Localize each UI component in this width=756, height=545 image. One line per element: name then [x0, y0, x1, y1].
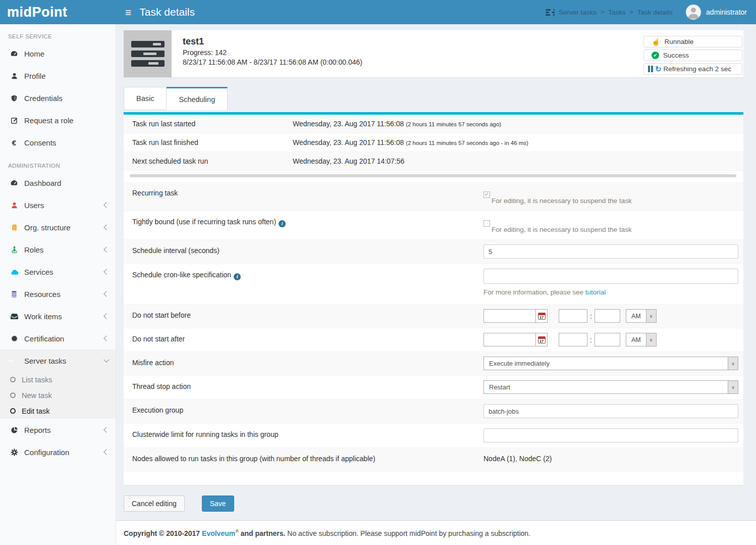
hamburger-menu-icon[interactable]: ≡ [125, 7, 131, 18]
cancel-editing-button[interactable]: Cancel editing [124, 496, 185, 512]
row-control: : AM ∨ [483, 328, 738, 352]
sidebar-item-users[interactable]: Users [0, 194, 116, 216]
tightly-bound-checkbox[interactable] [483, 220, 490, 227]
sidebar-item-label: Credentials [24, 94, 63, 103]
sidebar-item-label: Configuration [24, 448, 69, 457]
sidebar-item-credentials[interactable]: Credentials [0, 87, 116, 109]
refresh-icon: ↻ [655, 65, 662, 73]
user-icon [8, 202, 20, 209]
not-after-date-input[interactable] [483, 333, 535, 346]
row-value: Wednesday, 23. Aug 2017 11:56:08 (2 hour… [293, 120, 501, 128]
not-before-ampm-select[interactable]: AM ∨ [626, 309, 657, 323]
euro-icon: € [8, 138, 20, 147]
row-control: NodeA (1), NodeC (2) [483, 448, 738, 471]
sidebar-subitem-list-tasks[interactable]: List tasks [0, 372, 116, 387]
thread-stop-select[interactable]: Restart ∨ [483, 380, 738, 394]
chevron-left-icon [103, 427, 109, 432]
tutorial-link[interactable]: tutorial [585, 288, 606, 296]
row-label: Do not start after [132, 328, 483, 352]
not-after-hours-input[interactable] [559, 333, 587, 346]
chevron-down-icon: ∨ [728, 357, 738, 370]
breadcrumb-server-tasks[interactable]: Server tasks [559, 9, 597, 16]
chevron-down-icon: ∨ [646, 310, 656, 322]
chevron-left-icon [103, 269, 109, 274]
sidebar-item-home[interactable]: Home [0, 42, 116, 65]
sidebar-item-label: Roles [24, 245, 43, 254]
calendar-button[interactable] [535, 309, 548, 323]
not-before-date-input[interactable] [483, 309, 535, 323]
sidebar: SELF SERVICE Home Profile Credentials Re… [0, 24, 116, 545]
sidebar-item-reports[interactable]: Reports [0, 419, 116, 441]
sidebar-section-administration: ADMINISTRATION [0, 154, 116, 172]
tab-scheduling[interactable]: Scheduling [167, 87, 228, 110]
sidebar-item-label: Server tasks [24, 357, 66, 365]
refresh-toggle[interactable]: ↻ Refreshing each 2 sec [643, 63, 742, 75]
user-menu[interactable]: administrator [686, 5, 747, 20]
sidebar-item-work-items[interactable]: Work items [0, 305, 116, 327]
misfire-action-select[interactable]: Execute immediately ∨ [483, 357, 738, 370]
sidebar-item-resources[interactable]: Resources [0, 283, 116, 305]
sidebar-item-profile[interactable]: Profile [0, 65, 116, 87]
suspend-note: For editing, it is necessary to suspend … [492, 197, 632, 205]
sidebar-subitem-label: Edit task [22, 407, 50, 415]
recurring-task-checkbox[interactable] [483, 191, 490, 198]
calendar-icon [538, 313, 546, 320]
status-badge-label: Success [663, 52, 689, 59]
sidebar-item-consents[interactable]: € Consents [0, 131, 116, 154]
tasks-icon-large [131, 38, 165, 70]
sidebar-item-label: Reports [24, 426, 51, 434]
footer: Copyright © 2010-2017 Evolveum® and part… [116, 520, 756, 545]
sidebar-item-roles[interactable]: Roles [0, 238, 116, 261]
page-title: Task details [139, 6, 195, 18]
gear-icon [8, 449, 20, 456]
avatar [686, 5, 701, 20]
info-icon[interactable]: i [234, 273, 241, 280]
tab-label: Basic [136, 94, 154, 103]
execution-group-input[interactable] [483, 404, 738, 418]
action-buttons: Cancel editing Save [124, 496, 743, 512]
top-bar-right: Server tasks > Tasks > Task details admi… [546, 5, 747, 20]
sidebar-item-services[interactable]: Services [0, 261, 116, 283]
sidebar-item-configuration[interactable]: Configuration [0, 441, 116, 463]
pencil-square-icon [8, 117, 20, 124]
circle-icon [10, 408, 16, 414]
main-content: test1 Progress: 142 8/23/17 11:56:08 AM … [116, 24, 756, 520]
registered-mark: ® [235, 529, 239, 534]
evolveum-link[interactable]: Evolveum [202, 529, 235, 537]
breadcrumb-tasks[interactable]: Tasks [608, 9, 626, 16]
task-dates: 8/23/17 11:56:08 AM - 8/23/17 11:56:08 A… [183, 58, 362, 66]
sidebar-item-dashboard[interactable]: Dashboard [0, 172, 116, 194]
nodes-value: NodeA (1), NodeC (2) [483, 448, 738, 463]
sidebar-item-request-a-role[interactable]: Request a role [0, 109, 116, 131]
sidebar-subitem-edit-task[interactable]: Edit task [0, 403, 116, 419]
cron-spec-input[interactable] [483, 269, 738, 284]
calendar-button[interactable] [535, 333, 548, 346]
form-row-thread-stop: Thread stop action Restart ∨ [124, 376, 743, 400]
not-before-minutes-input[interactable] [595, 309, 620, 323]
row-label: Schedule cron-like specificationi [132, 264, 483, 304]
sidebar-subitem-new-task[interactable]: New task [0, 387, 116, 403]
sidebar-item-server-tasks[interactable]: Server tasks [0, 350, 116, 372]
brand-logo[interactable]: midPoint [0, 0, 116, 24]
info-icon[interactable]: i [279, 220, 286, 227]
sidebar-item-label: Dashboard [24, 179, 61, 187]
sidebar-item-org-structure[interactable]: Org. structure [0, 216, 116, 238]
schedule-interval-input[interactable] [483, 244, 738, 259]
chevron-left-icon [103, 224, 109, 230]
sidebar-item-certification[interactable]: Certification [0, 327, 116, 350]
partners-text: and partners. [239, 529, 286, 537]
not-after-ampm-select[interactable]: AM ∨ [626, 333, 657, 346]
chevron-left-icon [103, 291, 109, 296]
not-after-minutes-input[interactable] [595, 333, 620, 346]
save-button[interactable]: Save [202, 496, 234, 512]
row-label: Do not start before [132, 305, 483, 328]
time-colon: : [590, 312, 592, 320]
not-before-hours-input[interactable] [559, 309, 587, 323]
circle-icon [10, 392, 16, 398]
row-control: For editing, it is necessary to suspend … [483, 211, 738, 239]
form-row-not-after: Do not start after : AM ∨ [124, 328, 743, 352]
tab-basic[interactable]: Basic [124, 87, 167, 110]
table-row: Task run last started Wednesday, 23. Aug… [124, 115, 743, 133]
row-label: Execution group [132, 400, 483, 423]
cluster-limit-input[interactable] [483, 428, 738, 442]
